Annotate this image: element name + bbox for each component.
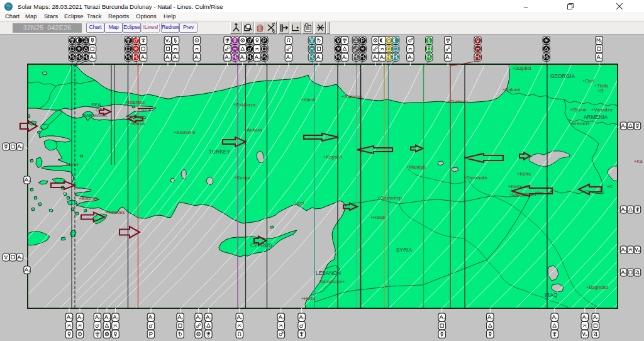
svg-text:+Samsun: +Samsun — [341, 94, 362, 99]
svg-text:+Kâmil: +Kâmil — [301, 97, 316, 103]
svg-text:+Icel: +Icel — [294, 200, 304, 206]
svg-text:IRAQ: IRAQ — [545, 292, 558, 298]
svg-text:SYRIA: SYRIA — [396, 247, 413, 253]
svg-text:i: i — [306, 23, 307, 26]
svg-text:+Istanbul: +Istanbul — [125, 99, 145, 105]
svg-text:+Gori: +Gori — [582, 78, 594, 84]
svg-text:+Izmit: +Izmit — [138, 106, 152, 112]
svg-text:+Diyarbakir: +Diyarbakir — [464, 175, 488, 181]
svg-text:Yerevan+: Yerevan+ — [570, 121, 591, 126]
svg-text:+Bursa: +Bursa — [130, 121, 145, 126]
svg-text:+Kayseri: +Kayseri — [323, 154, 342, 160]
svg-text:LEBANON: LEBANON — [316, 270, 341, 276]
svg-text:+Eskipaza:: +Eskipaza: — [233, 102, 257, 108]
svg-text:+R: +R — [597, 88, 604, 94]
svg-text:+Vanadzo: +Vanadzo — [591, 107, 613, 113]
svg-text:+Trabzon: +Trabzon — [448, 99, 468, 104]
svg-text:ARMENIA: ARMENIA — [584, 114, 608, 120]
svg-text:+Zugdidi: +Zugdidi — [513, 65, 531, 71]
svg-text:+Eskisehir: +Eskisehir — [174, 130, 196, 135]
svg-text:+Ka: +Ka — [634, 159, 643, 164]
svg-text:+Konya: +Konya — [234, 175, 251, 181]
svg-text:+Haifa: +Haifa — [301, 296, 316, 301]
svg-text:+Gjumri: +Gjumri — [570, 107, 587, 113]
svg-text:+C: +C — [607, 184, 613, 189]
svg-text:+Baghdad: +Baghdad — [586, 284, 608, 290]
svg-text:+Batumi: +Batumi — [502, 87, 520, 92]
svg-text:+Gaziantep: +Gaziantep — [377, 195, 402, 201]
svg-text:+Bodrum: +Bodrum — [79, 196, 98, 201]
svg-text:+Halab: +Halab — [370, 215, 386, 220]
svg-text:+Malatya: +Malatya — [406, 164, 426, 170]
svg-text:+Küfre: +Küfre — [517, 171, 531, 177]
svg-text:+Rhodes: +Rhodes — [106, 210, 125, 215]
svg-text:GEORGIA: GEORGIA — [550, 73, 575, 79]
svg-text:TURKEY: TURKEY — [209, 148, 230, 155]
svg-text:+Ankara: +Ankara — [244, 127, 262, 133]
svg-text:+Izmir: +Izmir — [66, 162, 79, 167]
svg-text:Damascus+: Damascus+ — [319, 279, 345, 284]
